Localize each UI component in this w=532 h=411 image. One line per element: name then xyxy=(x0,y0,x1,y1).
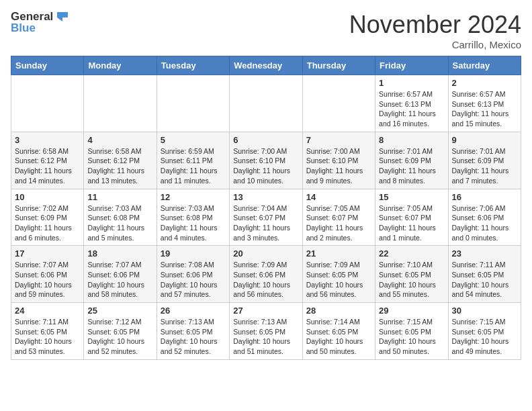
day-number: 18 xyxy=(87,248,152,259)
calendar-cell: 24Sunrise: 7:11 AM Sunset: 6:05 PM Dayli… xyxy=(11,303,84,360)
calendar-cell: 11Sunrise: 7:03 AM Sunset: 6:08 PM Dayli… xyxy=(84,189,157,246)
column-header-wednesday: Wednesday xyxy=(230,56,302,75)
day-number: 29 xyxy=(379,306,444,316)
calendar-cell xyxy=(157,75,229,132)
day-number: 27 xyxy=(233,306,298,316)
calendar-cell: 29Sunrise: 7:15 AM Sunset: 6:05 PM Dayli… xyxy=(375,303,448,360)
calendar-cell: 26Sunrise: 7:13 AM Sunset: 6:05 PM Dayli… xyxy=(157,303,229,360)
day-number: 24 xyxy=(15,306,80,316)
calendar-cell: 27Sunrise: 7:13 AM Sunset: 6:05 PM Dayli… xyxy=(230,303,302,360)
calendar-cell: 28Sunrise: 7:14 AM Sunset: 6:05 PM Dayli… xyxy=(302,303,375,360)
day-info: Sunrise: 7:07 AM Sunset: 6:06 PM Dayligh… xyxy=(87,260,152,300)
calendar-week-4: 17Sunrise: 7:07 AM Sunset: 6:06 PM Dayli… xyxy=(11,246,521,303)
calendar-cell: 3Sunrise: 6:58 AM Sunset: 6:12 PM Daylig… xyxy=(11,132,84,189)
calendar-cell xyxy=(230,75,302,132)
calendar-cell: 1Sunrise: 6:57 AM Sunset: 6:13 PM Daylig… xyxy=(375,75,448,132)
day-number: 14 xyxy=(306,192,371,202)
day-number: 17 xyxy=(15,248,80,259)
day-number: 30 xyxy=(452,306,517,316)
day-info: Sunrise: 7:01 AM Sunset: 6:09 PM Dayligh… xyxy=(452,146,517,186)
day-number: 19 xyxy=(161,248,226,259)
day-info: Sunrise: 7:04 AM Sunset: 6:07 PM Dayligh… xyxy=(233,203,298,243)
day-number: 13 xyxy=(233,192,298,202)
day-number: 10 xyxy=(15,192,80,202)
day-info: Sunrise: 7:14 AM Sunset: 6:05 PM Dayligh… xyxy=(306,317,371,357)
calendar-cell: 9Sunrise: 7:01 AM Sunset: 6:09 PM Daylig… xyxy=(448,132,521,189)
day-info: Sunrise: 7:13 AM Sunset: 6:05 PM Dayligh… xyxy=(161,317,226,357)
month-title: November 2024 xyxy=(349,11,521,39)
day-info: Sunrise: 7:15 AM Sunset: 6:05 PM Dayligh… xyxy=(379,317,444,357)
calendar-cell xyxy=(11,75,84,132)
calendar-cell xyxy=(302,75,375,132)
calendar-cell: 12Sunrise: 7:03 AM Sunset: 6:08 PM Dayli… xyxy=(157,189,229,246)
svg-marker-0 xyxy=(57,12,68,21)
day-number: 4 xyxy=(87,135,152,145)
day-info: Sunrise: 6:59 AM Sunset: 6:11 PM Dayligh… xyxy=(161,146,226,186)
calendar-cell: 13Sunrise: 7:04 AM Sunset: 6:07 PM Dayli… xyxy=(230,189,302,246)
day-info: Sunrise: 6:58 AM Sunset: 6:12 PM Dayligh… xyxy=(87,146,152,186)
calendar-cell xyxy=(84,75,157,132)
day-number: 2 xyxy=(452,78,517,88)
calendar-week-2: 3Sunrise: 6:58 AM Sunset: 6:12 PM Daylig… xyxy=(11,132,521,189)
column-header-saturday: Saturday xyxy=(448,56,521,75)
day-number: 12 xyxy=(161,192,226,202)
calendar-cell: 18Sunrise: 7:07 AM Sunset: 6:06 PM Dayli… xyxy=(84,246,157,303)
day-info: Sunrise: 7:11 AM Sunset: 6:05 PM Dayligh… xyxy=(15,317,80,357)
day-info: Sunrise: 7:10 AM Sunset: 6:05 PM Dayligh… xyxy=(379,260,444,300)
column-header-tuesday: Tuesday xyxy=(157,56,229,75)
calendar-table: SundayMondayTuesdayWednesdayThursdayFrid… xyxy=(11,56,521,360)
day-number: 22 xyxy=(379,248,444,259)
calendar-cell: 19Sunrise: 7:08 AM Sunset: 6:06 PM Dayli… xyxy=(157,246,229,303)
day-number: 3 xyxy=(15,135,80,145)
day-number: 5 xyxy=(161,135,226,145)
logo-arrow-icon xyxy=(54,11,69,23)
day-number: 6 xyxy=(233,135,298,145)
column-header-sunday: Sunday xyxy=(11,56,84,75)
day-info: Sunrise: 7:07 AM Sunset: 6:06 PM Dayligh… xyxy=(15,260,80,300)
day-info: Sunrise: 6:57 AM Sunset: 6:13 PM Dayligh… xyxy=(379,89,444,129)
day-info: Sunrise: 7:00 AM Sunset: 6:10 PM Dayligh… xyxy=(233,146,298,186)
calendar-cell: 4Sunrise: 6:58 AM Sunset: 6:12 PM Daylig… xyxy=(84,132,157,189)
title-section: November 2024 Carrillo, Mexico xyxy=(349,11,521,50)
day-info: Sunrise: 7:11 AM Sunset: 6:05 PM Dayligh… xyxy=(452,260,517,300)
day-info: Sunrise: 7:09 AM Sunset: 6:06 PM Dayligh… xyxy=(233,260,298,300)
calendar-cell: 21Sunrise: 7:09 AM Sunset: 6:05 PM Dayli… xyxy=(302,246,375,303)
calendar-cell: 7Sunrise: 7:00 AM Sunset: 6:10 PM Daylig… xyxy=(302,132,375,189)
calendar-week-1: 1Sunrise: 6:57 AM Sunset: 6:13 PM Daylig… xyxy=(11,75,521,132)
column-header-friday: Friday xyxy=(375,56,448,75)
calendar-cell: 17Sunrise: 7:07 AM Sunset: 6:06 PM Dayli… xyxy=(11,246,84,303)
calendar-cell: 23Sunrise: 7:11 AM Sunset: 6:05 PM Dayli… xyxy=(448,246,521,303)
calendar-cell: 22Sunrise: 7:10 AM Sunset: 6:05 PM Dayli… xyxy=(375,246,448,303)
day-number: 9 xyxy=(452,135,517,145)
day-info: Sunrise: 7:02 AM Sunset: 6:09 PM Dayligh… xyxy=(15,203,80,243)
calendar-body: 1Sunrise: 6:57 AM Sunset: 6:13 PM Daylig… xyxy=(11,75,521,360)
calendar-cell: 2Sunrise: 6:57 AM Sunset: 6:13 PM Daylig… xyxy=(448,75,521,132)
day-info: Sunrise: 7:08 AM Sunset: 6:06 PM Dayligh… xyxy=(161,260,226,300)
calendar-cell: 16Sunrise: 7:06 AM Sunset: 6:06 PM Dayli… xyxy=(448,189,521,246)
day-info: Sunrise: 7:12 AM Sunset: 6:05 PM Dayligh… xyxy=(87,317,152,357)
day-number: 1 xyxy=(379,78,444,88)
day-info: Sunrise: 7:00 AM Sunset: 6:10 PM Dayligh… xyxy=(306,146,371,186)
day-info: Sunrise: 7:05 AM Sunset: 6:07 PM Dayligh… xyxy=(379,203,444,243)
calendar-cell: 6Sunrise: 7:00 AM Sunset: 6:10 PM Daylig… xyxy=(230,132,302,189)
calendar-cell: 14Sunrise: 7:05 AM Sunset: 6:07 PM Dayli… xyxy=(302,189,375,246)
calendar-cell: 15Sunrise: 7:05 AM Sunset: 6:07 PM Dayli… xyxy=(375,189,448,246)
calendar-cell: 10Sunrise: 7:02 AM Sunset: 6:09 PM Dayli… xyxy=(11,189,84,246)
calendar-cell: 25Sunrise: 7:12 AM Sunset: 6:05 PM Dayli… xyxy=(84,303,157,360)
day-number: 21 xyxy=(306,248,371,259)
day-number: 7 xyxy=(306,135,371,145)
day-info: Sunrise: 7:01 AM Sunset: 6:09 PM Dayligh… xyxy=(379,146,444,186)
calendar-week-3: 10Sunrise: 7:02 AM Sunset: 6:09 PM Dayli… xyxy=(11,189,521,246)
day-info: Sunrise: 7:15 AM Sunset: 6:05 PM Dayligh… xyxy=(452,317,517,357)
logo: General Blue xyxy=(11,11,69,34)
day-info: Sunrise: 7:13 AM Sunset: 6:05 PM Dayligh… xyxy=(233,317,298,357)
column-header-thursday: Thursday xyxy=(302,56,375,75)
day-info: Sunrise: 6:57 AM Sunset: 6:13 PM Dayligh… xyxy=(452,89,517,129)
day-number: 26 xyxy=(161,306,226,316)
calendar-header-row: SundayMondayTuesdayWednesdayThursdayFrid… xyxy=(11,56,521,75)
day-number: 16 xyxy=(452,192,517,202)
day-number: 28 xyxy=(306,306,371,316)
calendar-cell: 8Sunrise: 7:01 AM Sunset: 6:09 PM Daylig… xyxy=(375,132,448,189)
calendar-cell: 30Sunrise: 7:15 AM Sunset: 6:05 PM Dayli… xyxy=(448,303,521,360)
day-info: Sunrise: 7:06 AM Sunset: 6:06 PM Dayligh… xyxy=(452,203,517,243)
